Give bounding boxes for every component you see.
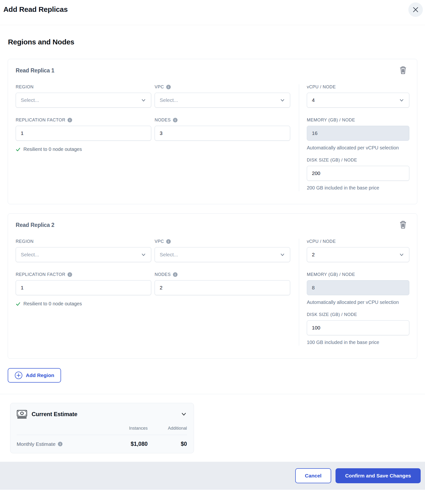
vpc-label: VPC i: [155, 239, 290, 244]
info-icon[interactable]: i: [173, 118, 178, 122]
disk-size-input[interactable]: [307, 166, 409, 181]
monthly-estimate-instances-value: $1,080: [116, 435, 148, 447]
chevron-down-icon: [280, 98, 285, 103]
vpc-select[interactable]: Select...: [155, 93, 290, 108]
replica-list: Read Replica 1 REGION Select...: [0, 59, 425, 359]
action-bar: Cancel Confirm and Save Changes: [0, 462, 425, 490]
monthly-estimate-additional-value: $0: [148, 435, 187, 447]
replication-factor-label: REPLICATION FACTOR i: [16, 272, 151, 277]
estimate-title: Current Estimate: [32, 411, 77, 418]
delete-replica-button[interactable]: [398, 219, 408, 231]
replica-title: Read Replica 1: [16, 67, 409, 74]
modal-header: Add Read Replicas: [0, 0, 425, 25]
add-read-replicas-modal: Add Read Replicas Regions and Nodes Read…: [0, 0, 425, 490]
info-icon[interactable]: i: [166, 85, 171, 89]
nodes-input[interactable]: [155, 126, 290, 141]
region-label: REGION: [16, 84, 151, 90]
chevron-down-icon: [399, 252, 404, 257]
replication-factor-field: REPLICATION FACTOR i: [16, 272, 151, 295]
memory-label: MEMORY (GB) / NODE: [307, 117, 409, 123]
disk-size-label: DISK SIZE (GB) / NODE: [307, 157, 409, 163]
chevron-down-icon: [399, 98, 404, 103]
estimate-col-additional: Additional: [148, 426, 187, 435]
vcpu-label: vCPU / NODE: [307, 84, 409, 90]
check-icon: [16, 147, 21, 152]
confirm-save-button[interactable]: Confirm and Save Changes: [336, 468, 421, 483]
cancel-button[interactable]: Cancel: [295, 468, 331, 483]
memory-field: MEMORY (GB) / NODE: [307, 272, 409, 295]
plus-circle-icon: [14, 371, 23, 379]
disk-size-label: DISK SIZE (GB) / NODE: [307, 312, 409, 317]
info-icon[interactable]: i: [58, 442, 62, 446]
add-region-button[interactable]: Add Region: [8, 368, 61, 383]
estimate-table: Instances Additional Monthly Estimate i …: [17, 426, 187, 447]
trash-icon: [399, 220, 407, 230]
region-label: REGION: [16, 239, 151, 244]
nodes-input[interactable]: [155, 280, 290, 295]
read-replica-card: Read Replica 1 REGION Select...: [8, 59, 417, 204]
check-icon: [16, 301, 21, 306]
memory-input: [307, 126, 409, 141]
vcpu-label: vCPU / NODE: [307, 239, 409, 244]
chevron-down-icon: [141, 98, 146, 103]
nodes-label: NODES i: [155, 272, 290, 277]
info-icon[interactable]: i: [166, 239, 171, 244]
monthly-estimate-label: Monthly Estimate i: [17, 435, 116, 447]
nodes-label: NODES i: [155, 117, 290, 123]
vcpu-select[interactable]: 4: [307, 93, 409, 108]
estimate-col-instances: Instances: [116, 426, 148, 435]
vpc-field: VPC i Select...: [155, 239, 290, 262]
modal-title: Add Read Replicas: [3, 5, 68, 14]
disk-size-field: DISK SIZE (GB) / NODE: [307, 312, 409, 335]
memory-field: MEMORY (GB) / NODE: [307, 117, 409, 141]
estimate-collapse-button[interactable]: [181, 411, 187, 417]
section-title: Regions and Nodes: [8, 38, 425, 46]
chevron-down-icon: [181, 411, 187, 417]
region-select[interactable]: Select...: [16, 93, 151, 108]
footer: Current Estimate Instances Additional Mo…: [0, 394, 425, 490]
resilience-status: Resilient to 0 node outages: [16, 147, 151, 152]
nodes-field: NODES i: [155, 272, 290, 295]
nodes-field: NODES i: [155, 117, 290, 141]
current-estimate-card: Current Estimate Instances Additional Mo…: [10, 403, 194, 453]
disk-size-field: DISK SIZE (GB) / NODE: [307, 157, 409, 181]
estimate-header: Current Estimate: [17, 410, 187, 419]
add-region-label: Add Region: [26, 372, 54, 378]
close-icon: [412, 7, 419, 13]
memory-note: Automatically allocated per vCPU selecti…: [307, 299, 409, 306]
vcpu-field: vCPU / NODE 4: [307, 84, 409, 108]
banknote-icon: [17, 410, 27, 419]
region-field: REGION Select...: [16, 84, 151, 108]
resilience-status: Resilient to 0 node outages: [16, 301, 151, 307]
region-select[interactable]: Select...: [16, 247, 151, 262]
replication-factor-field: REPLICATION FACTOR i: [16, 117, 151, 141]
region-field: REGION Select...: [16, 239, 151, 262]
replica-title: Read Replica 2: [16, 221, 409, 229]
chevron-down-icon: [141, 252, 146, 257]
delete-replica-button[interactable]: [398, 64, 408, 76]
replication-factor-input[interactable]: [16, 126, 151, 141]
vpc-label: VPC i: [155, 84, 290, 90]
memory-input: [307, 280, 409, 295]
vpc-field: VPC i Select...: [155, 84, 290, 108]
vcpu-field: vCPU / NODE 2: [307, 239, 409, 262]
replication-factor-label: REPLICATION FACTOR i: [16, 117, 151, 123]
vpc-select[interactable]: Select...: [155, 247, 290, 262]
replication-factor-input[interactable]: [16, 280, 151, 295]
trash-icon: [399, 65, 407, 75]
chevron-down-icon: [280, 252, 285, 257]
memory-label: MEMORY (GB) / NODE: [307, 272, 409, 277]
close-button[interactable]: [408, 2, 423, 17]
disk-size-input[interactable]: [307, 320, 409, 335]
disk-note: 200 GB included in the base price: [307, 185, 409, 191]
info-icon[interactable]: i: [68, 272, 72, 277]
memory-note: Automatically allocated per vCPU selecti…: [307, 145, 409, 151]
vcpu-select[interactable]: 2: [307, 247, 409, 262]
disk-note: 100 GB included in the base price: [307, 339, 409, 346]
read-replica-card: Read Replica 2 REGION Select...: [8, 213, 417, 359]
info-icon[interactable]: i: [173, 272, 178, 277]
info-icon[interactable]: i: [68, 118, 72, 122]
